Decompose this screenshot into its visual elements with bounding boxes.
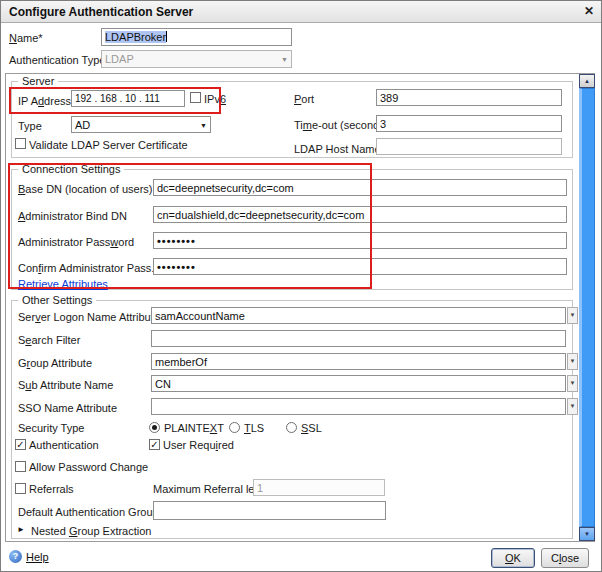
- arrow-down-icon: ▼: [584, 531, 590, 537]
- nested-group-extraction-toggle[interactable]: Nested Group Extraction: [31, 525, 151, 538]
- close-button[interactable]: Close: [541, 548, 589, 568]
- port-label: Port: [294, 93, 314, 106]
- text-caret: [166, 31, 167, 42]
- server-group-legend: Server: [18, 75, 58, 87]
- chevron-down-icon: ▼: [570, 403, 576, 409]
- security-radio-ssl-label: SSL: [301, 422, 322, 435]
- referrals-checkbox[interactable]: [15, 483, 26, 494]
- retrieve-attributes-link[interactable]: Retrieve Attributes: [18, 278, 108, 290]
- help-link[interactable]: Help: [26, 551, 49, 563]
- user-required-checkbox[interactable]: ✓: [149, 439, 160, 450]
- port-field[interactable]: 389: [376, 89, 562, 106]
- name-label: Name*: [9, 32, 43, 45]
- search-filter-label: Search Filter: [18, 334, 80, 347]
- security-radio-plaintext[interactable]: [149, 422, 160, 433]
- validate-cert-checkbox[interactable]: [15, 138, 26, 149]
- logon-attr-combo[interactable]: samAccountName: [151, 307, 566, 324]
- name-field-value: LDAPBroker: [105, 31, 166, 43]
- security-radio-ssl[interactable]: [286, 422, 297, 433]
- scroll-up-button[interactable]: ▲: [579, 74, 595, 88]
- sso-attr-combo[interactable]: [151, 398, 566, 415]
- admin-password-label: Administrator Password: [18, 236, 134, 249]
- logon-attr-label: Server Logon Name Attribute: [18, 311, 160, 324]
- chevron-down-icon: ▼: [570, 312, 576, 318]
- chevron-down-icon: ▼: [570, 358, 576, 364]
- dialog-title: Configure Authentication Server: [9, 5, 193, 19]
- search-filter-field[interactable]: [151, 330, 566, 347]
- timeout-label: Time-out (seconds): [294, 119, 388, 132]
- type-combo[interactable]: AD ▼: [71, 116, 211, 133]
- base-dn-label: Base DN (location of users): [18, 183, 153, 196]
- allow-password-change-label: Allow Password Change: [29, 461, 148, 474]
- confirm-password-label: Confirm Administrator Pass...: [18, 262, 160, 275]
- sub-attr-combo[interactable]: CN: [151, 375, 566, 392]
- sub-attr-dropdown-button[interactable]: ▼: [567, 375, 578, 392]
- auth-type-label: Authentication Type: [9, 54, 105, 67]
- authentication-checkbox[interactable]: ✓: [15, 439, 26, 450]
- expand-arrow-icon: ►: [17, 525, 25, 534]
- auth-type-combo[interactable]: LDAP ▼: [101, 50, 292, 68]
- max-referral-label: Maximum Referral level: [153, 483, 269, 496]
- configure-authentication-server-dialog: Configure Authentication Server ✕ Name* …: [0, 0, 602, 572]
- sso-attr-dropdown-button[interactable]: ▼: [567, 398, 578, 415]
- other-settings-legend: Other Settings: [18, 294, 96, 306]
- scroll-down-button[interactable]: ▼: [579, 527, 595, 541]
- titlebar: Configure Authentication Server ✕: [1, 1, 601, 23]
- ldap-host-field[interactable]: [376, 138, 562, 155]
- admin-password-field[interactable]: ••••••••: [153, 232, 567, 249]
- help-icon[interactable]: ?: [9, 550, 22, 563]
- ldap-host-label: LDAP Host Name: [294, 143, 381, 156]
- arrow-up-icon: ▲: [584, 78, 590, 84]
- ip-address-label: IP Address: [18, 95, 71, 108]
- base-dn-field[interactable]: dc=deepnetsecurity,dc=com: [153, 179, 567, 196]
- scroll-thumb[interactable]: [579, 88, 595, 527]
- ip-address-field[interactable]: 192 . 168 . 10 . 111: [71, 90, 185, 107]
- max-referral-field: 1: [253, 479, 385, 496]
- close-icon[interactable]: ✕: [584, 4, 594, 18]
- auth-type-combo-value: LDAP: [105, 53, 134, 65]
- chevron-down-icon: ▼: [570, 380, 576, 386]
- bind-dn-field[interactable]: cn=dualshield,dc=deepnetsecurity,dc=com: [153, 206, 567, 223]
- timeout-field[interactable]: 3: [376, 115, 562, 132]
- security-radio-plaintext-label: PLAINTEXT: [164, 422, 224, 435]
- radio-dot: [152, 425, 157, 430]
- group-attr-dropdown-button[interactable]: ▼: [567, 353, 578, 370]
- check-icon: ✓: [16, 439, 24, 450]
- logon-attr-dropdown-button[interactable]: ▼: [567, 307, 578, 324]
- user-required-label: User Required: [163, 439, 234, 452]
- name-field[interactable]: LDAPBroker: [101, 28, 292, 46]
- chevron-down-icon: ▼: [281, 53, 288, 67]
- default-group-field[interactable]: [153, 501, 386, 520]
- sub-attr-label: Sub Attribute Name: [18, 379, 113, 392]
- check-icon: ✓: [150, 439, 158, 450]
- default-group-label: Default Authentication Group: [18, 506, 159, 519]
- type-combo-value: AD: [75, 119, 90, 131]
- security-radio-tls[interactable]: [229, 422, 240, 433]
- bind-dn-label: Administrator Bind DN: [18, 210, 127, 223]
- ipv6-label: IPv6: [204, 93, 226, 106]
- type-label: Type: [18, 120, 42, 133]
- ok-button[interactable]: OK: [491, 548, 535, 568]
- group-attr-label: Group Attribute: [18, 357, 92, 370]
- security-type-label: Security Type: [18, 422, 84, 435]
- chevron-down-icon: ▼: [200, 119, 207, 133]
- ipv6-checkbox[interactable]: [190, 92, 201, 103]
- security-radio-tls-label: TLS: [244, 422, 264, 435]
- authentication-label: Authentication: [29, 439, 99, 452]
- scrollbar[interactable]: ▲ ▼: [579, 74, 595, 541]
- connection-settings-legend: Connection Settings: [18, 163, 124, 175]
- confirm-password-field[interactable]: ••••••••: [153, 258, 567, 275]
- sso-attr-label: SSO Name Attribute: [18, 402, 117, 415]
- group-attr-combo[interactable]: memberOf: [151, 353, 566, 370]
- validate-cert-label: Validate LDAP Server Certificate: [29, 139, 188, 152]
- allow-password-change-checkbox[interactable]: [15, 461, 26, 472]
- referrals-label: Referrals: [29, 483, 74, 496]
